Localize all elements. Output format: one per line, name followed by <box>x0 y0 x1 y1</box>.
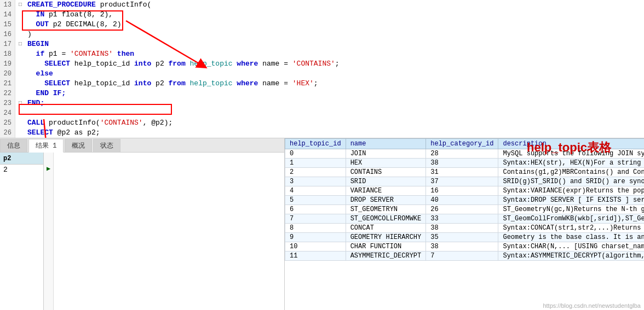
table-scroll[interactable]: help_topic_id name help_category_id desc… <box>285 138 644 310</box>
table-cell-help_topic_id: 7 <box>285 214 346 224</box>
table-row: 5DROP SERVER40Syntax:DROP SERVER [ IF EX… <box>285 196 645 205</box>
current-row-arrow: ▶ <box>47 165 50 173</box>
code-line-13: 13 □ CREATE_PROCEDURE productInfo( <box>0 0 644 10</box>
table-row: 9GEOMETRY HIERARCHY35Geometry is the bas… <box>285 233 645 242</box>
table-row: 10CHAR FUNCTION38Syntax:CHAR(N,... [USIN… <box>285 242 645 251</box>
col-help-category-id: help_category_id <box>426 139 498 149</box>
table-cell-description: ST_GeometryN(gc,N)Returns the N-th geo <box>498 205 644 214</box>
table-cell-description: Syntax:DROP SERVER [ IF EXISTS ] server_ <box>498 196 644 205</box>
table-cell-help_category_id: 28 <box>426 149 498 159</box>
col-help-topic-id: help_topic_id <box>285 139 346 149</box>
table-cell-name: SRID <box>346 177 426 186</box>
table-cell-help_topic_id: 3 <box>285 177 346 186</box>
tabs-bar: 信息 结果 1 概况 状态 <box>0 138 284 153</box>
watermark: https://blog.csdn.net/newstudentglba <box>543 302 641 309</box>
code-line-22: 22 END IF; <box>0 89 644 98</box>
table-cell-help_topic_id: 6 <box>285 205 346 214</box>
table-cell-description: Syntax:HEX(str), HEX(N)For a string argu… <box>498 159 644 168</box>
tab-status[interactable]: 状态 <box>93 139 120 152</box>
table-cell-help_category_id: 7 <box>426 251 498 261</box>
table-row: 6ST_GEOMETRYN26ST_GeometryN(gc,N)Returns… <box>285 205 645 214</box>
play-indicator: ▶ <box>44 153 54 310</box>
table-cell-description: Geometry is the base class. It is an abs… <box>498 233 644 242</box>
table-cell-help_topic_id: 0 <box>285 149 346 159</box>
p2-value: 2 <box>0 165 43 175</box>
tab-result1[interactable]: 结果 1 <box>28 139 64 153</box>
table-row: 3SRID37SRID(g)ST_SRID() and SRID() are s… <box>285 177 645 186</box>
table-cell-name: CONCAT <box>346 224 426 233</box>
p2-column-header: p2 <box>0 153 43 165</box>
table-cell-help_category_id: 37 <box>426 177 498 186</box>
code-line-14: 14 IN p1 float(8, 2), <box>0 10 644 20</box>
table-body: 0JOIN28MySQL supports the following JOIN… <box>285 149 645 261</box>
table-row: 0JOIN28MySQL supports the following JOIN… <box>285 149 645 159</box>
col-description: description <box>498 139 644 149</box>
code-line-20: 20 else <box>0 69 644 79</box>
table-cell-name: GEOMETRY HIERARCHY <box>346 233 426 242</box>
code-line-24: 24 <box>0 108 644 118</box>
table-cell-help_category_id: 38 <box>426 242 498 251</box>
table-row: 4VARIANCE16Syntax:VARIANCE(expr)Returns … <box>285 186 645 196</box>
table-cell-name: HEX <box>346 159 426 168</box>
table-cell-help_topic_id: 11 <box>285 251 346 261</box>
result-area: p2 2 ▶ <box>0 153 284 310</box>
table-cell-help_category_id: 38 <box>426 224 498 233</box>
code-line-18: 18 if p1 = 'CONTAINS' then <box>0 49 644 59</box>
code-line-26: 26 SELECT @p2 as p2; <box>0 128 644 138</box>
table-cell-help_topic_id: 10 <box>285 242 346 251</box>
code-line-16: 16 ) <box>0 30 644 39</box>
table-row: 1HEX38Syntax:HEX(str), HEX(N)For a strin… <box>285 159 645 168</box>
left-panel: 信息 结果 1 概况 状态 p2 2 ▶ <box>0 138 285 310</box>
table-cell-help_topic_id: 4 <box>285 186 346 196</box>
table-row: 2CONTAINS31Contains(g1,g2)MBRContains() … <box>285 168 645 177</box>
help-topic-table: help_topic_id name help_category_id desc… <box>285 138 644 261</box>
table-cell-help_category_id: 38 <box>426 159 498 168</box>
table-cell-help_topic_id: 5 <box>285 196 346 205</box>
table-cell-help_topic_id: 2 <box>285 168 346 177</box>
table-cell-name: JOIN <box>346 149 426 159</box>
code-lines: 13 □ CREATE_PROCEDURE productInfo( 14 IN… <box>0 0 644 138</box>
table-cell-description: Syntax:CONCAT(str1,str2,...)Returns the … <box>498 224 644 233</box>
code-line-19: 19 SELECT help_topic_id into p2 from hel… <box>0 59 644 69</box>
code-line-23: 23 □ END; <box>0 98 644 108</box>
table-header: help_topic_id name help_category_id desc… <box>285 139 645 149</box>
table-row: 8CONCAT38Syntax:CONCAT(str1,str2,...)Ret… <box>285 224 645 233</box>
table-cell-help_category_id: 16 <box>426 186 498 196</box>
table-row: 7ST_GEOMCOLLFROMWKE33ST_GeomCollFromWKB(… <box>285 214 645 224</box>
code-editor: 13 □ CREATE_PROCEDURE productInfo( 14 IN… <box>0 0 644 138</box>
table-cell-help_category_id: 26 <box>426 205 498 214</box>
col-name: name <box>346 139 426 149</box>
table-cell-name: ASYMMETRIC_DECRYPT <box>346 251 426 261</box>
table-cell-description: Syntax:VARIANCE(expr)Returns the popula <box>498 186 644 196</box>
table-cell-description: Syntax:CHAR(N,... [USING charset_name])C <box>498 242 644 251</box>
table-cell-name: CHAR FUNCTION <box>346 242 426 251</box>
table-cell-help_category_id: 31 <box>426 168 498 177</box>
table-cell-help_topic_id: 8 <box>285 224 346 233</box>
table-cell-name: ST_GEOMETRYN <box>346 205 426 214</box>
bottom-section: 信息 结果 1 概况 状态 p2 2 ▶ help_topic表格 <box>0 138 644 310</box>
table-row: 11ASYMMETRIC_DECRYPT7Syntax:ASYMMETRIC_D… <box>285 251 645 261</box>
table-cell-name: DROP SERVER <box>346 196 426 205</box>
table-cell-help_category_id: 33 <box>426 214 498 224</box>
table-cell-description: Contains(g1,g2)MBRContains() and Contai <box>498 168 644 177</box>
table-cell-description: Syntax:ASYMMETRIC_DECRYPT(algorithm, <box>498 251 644 261</box>
tab-overview[interactable]: 概况 <box>65 139 92 152</box>
table-cell-description: ST_GeomCollFromWKB(wkb[,srid]),ST_Geo <box>498 214 644 224</box>
table-cell-help_topic_id: 9 <box>285 233 346 242</box>
table-cell-help_category_id: 40 <box>426 196 498 205</box>
code-line-17: 17 □ BEGIN <box>0 39 644 49</box>
tab-info[interactable]: 信息 <box>0 139 27 152</box>
table-cell-description: MySQL supports the following JOIN synta <box>498 149 644 159</box>
table-cell-description: SRID(g)ST_SRID() and SRID() are synonym <box>498 177 644 186</box>
code-line-15: 15 OUT p2 DECIMAL(8, 2) <box>0 20 644 30</box>
table-cell-help_category_id: 35 <box>426 233 498 242</box>
table-cell-name: ST_GEOMCOLLFROMWKE <box>346 214 426 224</box>
table-cell-name: VARIANCE <box>346 186 426 196</box>
code-line-21: 21 SELECT help_topic_id into p2 from hel… <box>0 79 644 89</box>
p2-panel: p2 2 <box>0 153 44 310</box>
main-container: 13 □ CREATE_PROCEDURE productInfo( 14 IN… <box>0 0 644 310</box>
table-cell-name: CONTAINS <box>346 168 426 177</box>
table-cell-help_topic_id: 1 <box>285 159 346 168</box>
right-panel: help_topic表格 help_topic_id name help_cat… <box>285 138 644 310</box>
code-line-25: 25 CALL productInfo('CONTAINS', @p2); <box>0 118 644 128</box>
